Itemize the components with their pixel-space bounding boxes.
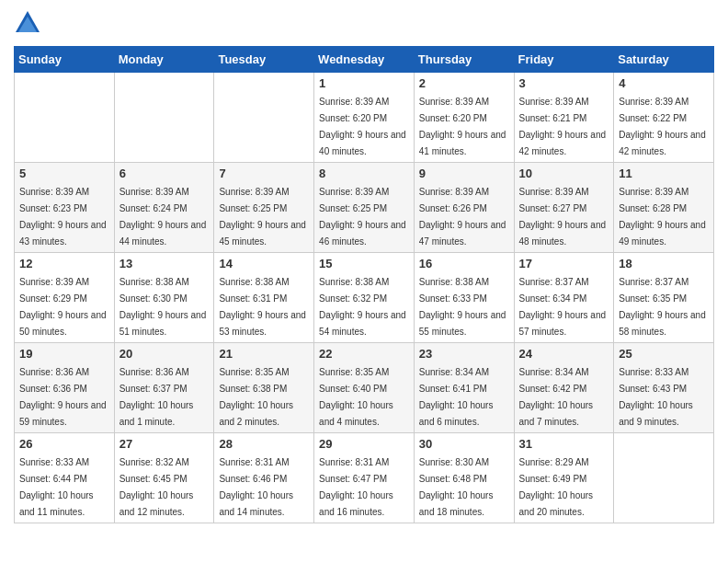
day-number: 14 [219, 257, 309, 270]
calendar-day-header: Wednesday [314, 47, 415, 73]
calendar-day-cell: 14Sunrise: 8:38 AM Sunset: 6:31 PM Dayli… [214, 253, 314, 343]
day-info: Sunrise: 8:34 AM Sunset: 6:41 PM Dayligh… [419, 367, 494, 427]
day-info: Sunrise: 8:39 AM Sunset: 6:25 PM Dayligh… [219, 187, 306, 247]
calendar-day-cell: 29Sunrise: 8:31 AM Sunset: 6:47 PM Dayli… [314, 433, 415, 523]
calendar-header-row: SundayMondayTuesdayWednesdayThursdayFrid… [15, 47, 714, 73]
calendar-day-cell [614, 433, 714, 523]
day-number: 4 [619, 76, 709, 90]
day-number: 22 [319, 347, 409, 361]
calendar-day-cell: 20Sunrise: 8:36 AM Sunset: 6:37 PM Dayli… [114, 343, 214, 433]
calendar-day-cell: 22Sunrise: 8:35 AM Sunset: 6:40 PM Dayli… [314, 343, 415, 433]
calendar-day-cell: 27Sunrise: 8:32 AM Sunset: 6:45 PM Dayli… [114, 433, 214, 523]
day-number: 18 [619, 257, 709, 270]
day-info: Sunrise: 8:33 AM Sunset: 6:44 PM Dayligh… [19, 457, 94, 517]
calendar-day-cell: 15Sunrise: 8:38 AM Sunset: 6:32 PM Dayli… [314, 253, 415, 343]
day-info: Sunrise: 8:34 AM Sunset: 6:42 PM Dayligh… [519, 367, 594, 427]
day-info: Sunrise: 8:38 AM Sunset: 6:33 PM Dayligh… [419, 277, 506, 337]
calendar-day-cell: 1Sunrise: 8:39 AM Sunset: 6:20 PM Daylig… [314, 73, 415, 163]
day-number: 31 [519, 437, 609, 451]
day-info: Sunrise: 8:39 AM Sunset: 6:23 PM Dayligh… [19, 187, 107, 247]
calendar-day-header: Thursday [414, 47, 514, 73]
day-info: Sunrise: 8:39 AM Sunset: 6:21 PM Dayligh… [519, 97, 607, 156]
day-info: Sunrise: 8:39 AM Sunset: 6:28 PM Dayligh… [619, 187, 706, 247]
day-number: 3 [519, 76, 609, 90]
day-number: 21 [219, 347, 309, 361]
day-number: 1 [319, 76, 409, 90]
day-info: Sunrise: 8:36 AM Sunset: 6:37 PM Dayligh… [119, 367, 194, 427]
calendar-day-cell: 8Sunrise: 8:39 AM Sunset: 6:25 PM Daylig… [314, 163, 415, 253]
calendar-day-header: Tuesday [214, 47, 314, 73]
day-info: Sunrise: 8:39 AM Sunset: 6:20 PM Dayligh… [419, 97, 506, 156]
day-info: Sunrise: 8:30 AM Sunset: 6:48 PM Dayligh… [419, 457, 494, 517]
page-header [14, 9, 714, 37]
calendar-day-header: Sunday [15, 47, 115, 73]
day-number: 30 [419, 437, 509, 451]
calendar-day-cell: 23Sunrise: 8:34 AM Sunset: 6:41 PM Dayli… [414, 343, 514, 433]
calendar-day-cell: 3Sunrise: 8:39 AM Sunset: 6:21 PM Daylig… [514, 73, 614, 163]
day-number: 13 [119, 257, 210, 270]
day-info: Sunrise: 8:32 AM Sunset: 6:45 PM Dayligh… [119, 457, 194, 517]
day-number: 10 [519, 167, 609, 180]
day-number: 12 [19, 257, 109, 270]
day-info: Sunrise: 8:39 AM Sunset: 6:29 PM Dayligh… [19, 277, 107, 337]
day-number: 24 [519, 347, 609, 361]
calendar-day-cell: 10Sunrise: 8:39 AM Sunset: 6:27 PM Dayli… [514, 163, 614, 253]
calendar-day-cell: 16Sunrise: 8:38 AM Sunset: 6:33 PM Dayli… [414, 253, 514, 343]
calendar-day-cell: 13Sunrise: 8:38 AM Sunset: 6:30 PM Dayli… [114, 253, 214, 343]
day-number: 8 [319, 167, 409, 180]
calendar-day-cell: 4Sunrise: 8:39 AM Sunset: 6:22 PM Daylig… [614, 73, 714, 163]
calendar-day-cell [214, 73, 314, 163]
calendar-day-cell: 11Sunrise: 8:39 AM Sunset: 6:28 PM Dayli… [614, 163, 714, 253]
day-info: Sunrise: 8:35 AM Sunset: 6:38 PM Dayligh… [219, 367, 293, 427]
calendar-day-header: Monday [114, 47, 214, 73]
day-number: 25 [619, 347, 709, 361]
day-info: Sunrise: 8:39 AM Sunset: 6:26 PM Dayligh… [419, 187, 506, 247]
day-number: 28 [219, 437, 309, 451]
day-number: 9 [419, 167, 509, 180]
calendar-day-cell: 28Sunrise: 8:31 AM Sunset: 6:46 PM Dayli… [214, 433, 314, 523]
day-info: Sunrise: 8:38 AM Sunset: 6:31 PM Dayligh… [219, 277, 306, 337]
calendar-day-cell: 31Sunrise: 8:29 AM Sunset: 6:49 PM Dayli… [514, 433, 614, 523]
day-number: 26 [19, 437, 109, 451]
calendar-day-cell: 25Sunrise: 8:33 AM Sunset: 6:43 PM Dayli… [614, 343, 714, 433]
page-container: SundayMondayTuesdayWednesdayThursdayFrid… [0, 0, 728, 533]
day-info: Sunrise: 8:33 AM Sunset: 6:43 PM Dayligh… [619, 367, 693, 427]
day-number: 19 [19, 347, 109, 361]
calendar-day-cell: 26Sunrise: 8:33 AM Sunset: 6:44 PM Dayli… [15, 433, 115, 523]
day-number: 2 [419, 76, 509, 90]
day-number: 27 [119, 437, 210, 451]
calendar-day-cell [15, 73, 115, 163]
day-number: 7 [219, 167, 309, 180]
day-info: Sunrise: 8:39 AM Sunset: 6:25 PM Dayligh… [319, 187, 406, 247]
calendar-week-row: 19Sunrise: 8:36 AM Sunset: 6:36 PM Dayli… [15, 343, 714, 433]
day-number: 29 [319, 437, 409, 451]
calendar-day-cell: 17Sunrise: 8:37 AM Sunset: 6:34 PM Dayli… [514, 253, 614, 343]
logo [14, 9, 45, 37]
day-number: 17 [519, 257, 609, 270]
calendar-week-row: 12Sunrise: 8:39 AM Sunset: 6:29 PM Dayli… [15, 253, 714, 343]
day-info: Sunrise: 8:35 AM Sunset: 6:40 PM Dayligh… [319, 367, 393, 427]
calendar-day-cell: 19Sunrise: 8:36 AM Sunset: 6:36 PM Dayli… [15, 343, 115, 433]
calendar-day-cell: 7Sunrise: 8:39 AM Sunset: 6:25 PM Daylig… [214, 163, 314, 253]
day-number: 16 [419, 257, 509, 270]
calendar-day-cell: 2Sunrise: 8:39 AM Sunset: 6:20 PM Daylig… [414, 73, 514, 163]
day-number: 11 [619, 167, 709, 180]
day-info: Sunrise: 8:31 AM Sunset: 6:46 PM Dayligh… [219, 457, 293, 517]
day-info: Sunrise: 8:31 AM Sunset: 6:47 PM Dayligh… [319, 457, 393, 517]
day-info: Sunrise: 8:39 AM Sunset: 6:22 PM Dayligh… [619, 97, 706, 156]
calendar-day-cell: 9Sunrise: 8:39 AM Sunset: 6:26 PM Daylig… [414, 163, 514, 253]
calendar-day-cell: 24Sunrise: 8:34 AM Sunset: 6:42 PM Dayli… [514, 343, 614, 433]
calendar-day-cell: 18Sunrise: 8:37 AM Sunset: 6:35 PM Dayli… [614, 253, 714, 343]
calendar-day-cell: 6Sunrise: 8:39 AM Sunset: 6:24 PM Daylig… [114, 163, 214, 253]
day-info: Sunrise: 8:36 AM Sunset: 6:36 PM Dayligh… [19, 367, 107, 427]
day-info: Sunrise: 8:39 AM Sunset: 6:20 PM Dayligh… [319, 97, 406, 156]
day-number: 23 [419, 347, 509, 361]
day-info: Sunrise: 8:37 AM Sunset: 6:34 PM Dayligh… [519, 277, 607, 337]
calendar-day-cell: 5Sunrise: 8:39 AM Sunset: 6:23 PM Daylig… [15, 163, 115, 253]
day-number: 15 [319, 257, 409, 270]
calendar-day-cell: 12Sunrise: 8:39 AM Sunset: 6:29 PM Dayli… [15, 253, 115, 343]
day-info: Sunrise: 8:39 AM Sunset: 6:27 PM Dayligh… [519, 187, 607, 247]
day-info: Sunrise: 8:37 AM Sunset: 6:35 PM Dayligh… [619, 277, 706, 337]
calendar-week-row: 5Sunrise: 8:39 AM Sunset: 6:23 PM Daylig… [15, 163, 714, 253]
calendar-day-cell: 21Sunrise: 8:35 AM Sunset: 6:38 PM Dayli… [214, 343, 314, 433]
